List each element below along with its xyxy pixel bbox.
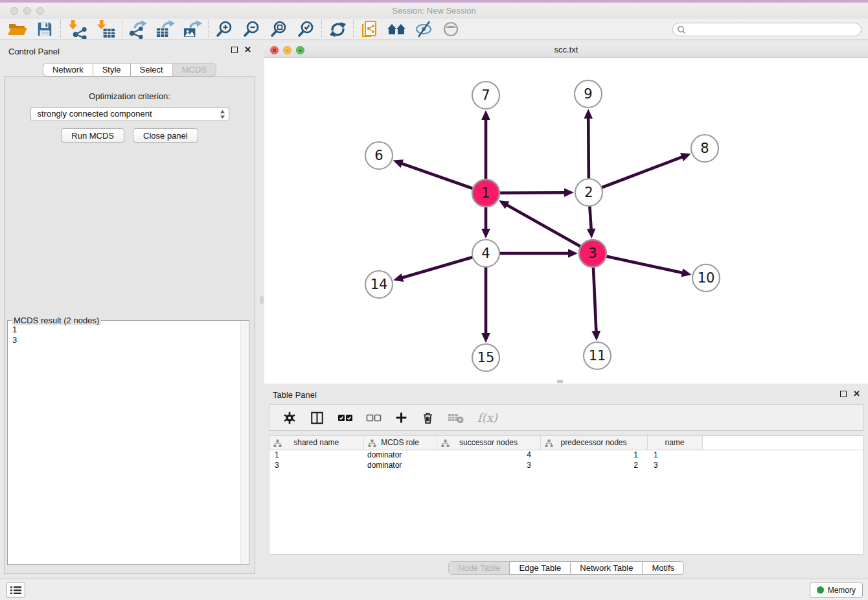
minimize-network-icon[interactable]: − [283, 46, 291, 54]
vertical-splitter[interactable] [259, 40, 264, 579]
network-window-controls[interactable]: ✕ − + [270, 46, 304, 54]
tab-style[interactable]: Style [93, 63, 131, 76]
zoom-fit-button[interactable] [265, 19, 292, 40]
table-cell[interactable]: 1 [540, 450, 647, 460]
application-window: Session: New Session [0, 0, 868, 600]
graph-edge-2-8[interactable] [589, 156, 683, 192]
table-cell[interactable]: 3 [269, 460, 363, 470]
splitter-handle[interactable] [260, 296, 264, 304]
tab-edge-table[interactable]: Edge Table [509, 561, 571, 575]
minimize-window-dot[interactable] [23, 7, 31, 15]
hide-eye-button[interactable] [410, 19, 437, 40]
tab-network-table[interactable]: Network Table [570, 561, 643, 575]
graph-edge-arrowhead [587, 229, 596, 238]
network-graph[interactable]: 7968124314101511 [264, 58, 868, 384]
tab-select[interactable]: Select [130, 63, 173, 76]
close-table-panel-icon[interactable]: ✕ [853, 390, 860, 398]
graph-edge-arrowhead [481, 110, 490, 120]
close-network-icon[interactable]: ✕ [270, 46, 279, 54]
column-header-name[interactable]: name [647, 436, 702, 450]
tab-network[interactable]: Network [43, 63, 93, 76]
zoom-window-dot[interactable] [36, 7, 44, 15]
table-cell[interactable]: 3 [437, 460, 540, 470]
search-input[interactable] [686, 24, 861, 35]
checked-boxes-icon [337, 413, 353, 422]
export-table-button[interactable] [152, 19, 179, 40]
save-floppy-icon [36, 21, 53, 38]
canvas-scroll-handle[interactable] [557, 380, 563, 383]
table-cell[interactable]: 1 [269, 450, 363, 460]
run-mcds-button[interactable]: Run MCDS [61, 128, 124, 143]
task-history-button[interactable] [6, 582, 25, 598]
hierarchy-icon [368, 439, 376, 450]
eye-slash-icon [415, 21, 433, 38]
window-controls[interactable] [10, 7, 44, 15]
graph-node-label: 1 [481, 185, 490, 201]
close-window-dot[interactable] [10, 7, 18, 15]
delete-column-button[interactable] [421, 411, 435, 425]
split-columns-button[interactable] [310, 411, 325, 425]
tab-node-table[interactable]: Node Table [448, 561, 510, 575]
table-row[interactable]: 1dominator411 [269, 450, 863, 460]
open-session-button[interactable] [4, 19, 31, 40]
tab-mcds[interactable]: MCDS [172, 63, 216, 76]
table-cell[interactable]: dominator [363, 450, 437, 460]
zoom-in-button[interactable] [211, 19, 238, 40]
float-table-panel-icon[interactable] [840, 391, 847, 397]
node-table[interactable]: shared name MCDS role successor nodes pr… [269, 435, 863, 555]
show-eye-button[interactable] [437, 19, 464, 40]
close-panel-icon[interactable]: ✕ [244, 46, 251, 54]
column-header-successor-nodes[interactable]: successor nodes [437, 436, 540, 450]
close-panel-button[interactable]: Close panel [133, 128, 198, 143]
result-scrollbar[interactable] [240, 321, 248, 564]
criterion-select[interactable]: strongly connected component [30, 107, 229, 121]
delete-table-button[interactable] [448, 412, 464, 424]
column-header-predecessor-nodes[interactable]: predecessor nodes [540, 436, 647, 450]
table-settings-button[interactable] [282, 411, 297, 425]
column-header-mcds-role[interactable]: MCDS role [363, 436, 437, 450]
column-header-shared-name[interactable]: shared name [269, 436, 363, 450]
search-field[interactable] [672, 23, 862, 36]
table-cell[interactable]: 4 [437, 450, 540, 460]
network-document-button[interactable] [356, 19, 383, 40]
graph-node-label: 10 [698, 270, 715, 286]
refresh-layout-button[interactable] [324, 19, 351, 40]
graph-node-label: 8 [700, 141, 709, 156]
graph-edge-3-1[interactable] [506, 204, 593, 253]
select-all-columns-button[interactable] [337, 413, 353, 422]
unselect-all-columns-button[interactable] [366, 413, 382, 422]
table-cell[interactable]: dominator [363, 460, 437, 470]
export-network-button[interactable] [124, 19, 152, 40]
save-session-button[interactable] [31, 19, 58, 40]
split-panel-icon [310, 411, 325, 425]
network-window-titlebar[interactable]: ✕ − + scc.txt [264, 43, 868, 58]
status-bar: Memory [0, 579, 868, 600]
zoom-fit-icon [269, 20, 288, 38]
tab-motifs[interactable]: Motifs [642, 561, 684, 575]
network-document-icon [361, 20, 378, 39]
double-home-button[interactable] [383, 19, 410, 40]
zoom-selected-button[interactable] [292, 19, 319, 40]
mcds-result-item[interactable]: 1 [12, 325, 249, 335]
maximize-network-icon[interactable]: + [296, 46, 304, 54]
import-table-button[interactable] [91, 19, 120, 40]
function-builder-button[interactable]: f(x) [477, 411, 497, 424]
table-row[interactable]: 3dominator323 [269, 460, 863, 470]
graph-edge-arrowhead [393, 273, 404, 282]
graph-edge-arrowhead [592, 331, 601, 341]
table-cell[interactable]: 1 [647, 450, 702, 460]
graph-node-label: 3 [588, 246, 597, 261]
network-canvas[interactable]: 7968124314101511 [264, 58, 868, 384]
mcds-result-title: MCDS result (2 nodes) [12, 316, 101, 325]
graph-node-label: 4 [481, 246, 490, 261]
mcds-result-item[interactable]: 3 [12, 335, 249, 345]
import-network-button[interactable] [63, 19, 91, 40]
control-panel-tabs: NetworkStyleSelectMCDS [0, 63, 259, 76]
export-image-button[interactable] [179, 19, 206, 40]
table-cell[interactable]: 3 [647, 460, 702, 470]
float-panel-icon[interactable] [231, 47, 238, 53]
memory-button[interactable]: Memory [810, 582, 863, 598]
zoom-out-button[interactable] [238, 19, 265, 40]
table-cell[interactable]: 2 [540, 460, 647, 470]
add-column-button[interactable] [394, 411, 408, 424]
